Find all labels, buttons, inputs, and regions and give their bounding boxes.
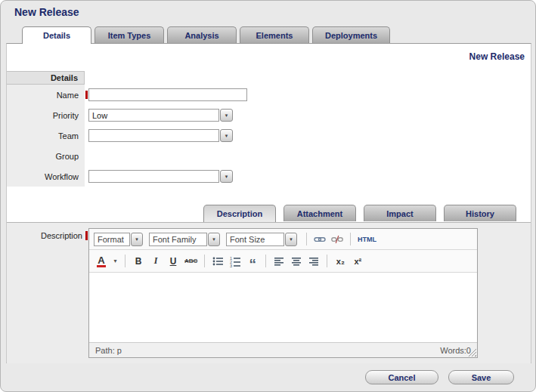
tab-item-types[interactable]: Item Types — [94, 26, 164, 43]
toolbar-separator — [125, 255, 125, 267]
font-family-select[interactable]: Font Family ▼ — [149, 233, 220, 246]
tab-history[interactable]: History — [444, 205, 516, 221]
tab-details[interactable]: Details — [22, 26, 91, 44]
editor-statusbar: Path: p Words:0 — [89, 342, 477, 357]
editor-word-count: Words:0 — [440, 346, 471, 355]
name-input[interactable] — [88, 88, 247, 101]
section-title: New Release — [469, 51, 525, 62]
new-release-window: New Release Details Item Types Analysis … — [0, 0, 536, 392]
toolbar-separator — [265, 255, 266, 267]
required-marker-icon — [85, 231, 88, 240]
tab-description[interactable]: Description — [203, 205, 276, 222]
dropdown-arrow-icon[interactable]: ▼ — [220, 170, 233, 183]
details-form: Details Name Priority Low ▼ Team — [7, 71, 506, 187]
font-size-select[interactable]: Font Size ▼ — [226, 233, 297, 246]
toolbar-separator — [350, 233, 351, 245]
workflow-label: Workflow — [7, 172, 85, 181]
dropdown-arrow-icon[interactable]: ▼ — [220, 129, 233, 142]
save-button[interactable]: Save — [448, 370, 514, 384]
bold-button[interactable]: B — [131, 254, 146, 269]
priority-select-value[interactable]: Low — [88, 109, 219, 122]
blockquote-icon[interactable]: “ — [245, 254, 260, 269]
italic-button[interactable]: I — [148, 254, 163, 269]
page-title: New Release — [14, 6, 79, 18]
tab-elements-label: Elements — [256, 31, 293, 40]
align-center-icon[interactable] — [289, 254, 304, 269]
unordered-list-icon[interactable] — [210, 254, 225, 269]
workflow-field-row: Workflow ▼ — [7, 166, 506, 187]
insert-link-icon[interactable] — [312, 232, 327, 247]
dropdown-arrow-icon[interactable]: ▼ — [220, 109, 233, 122]
priority-field-row: Priority Low ▼ — [7, 105, 506, 125]
remove-link-icon[interactable] — [330, 232, 345, 247]
description-label-row: Description — [7, 230, 90, 242]
tab-attachment-label: Attachment — [297, 209, 343, 218]
underline-button[interactable]: U — [166, 254, 181, 269]
editor-toolbar-row2: A ▾ B I U ABC 123 “ — [89, 250, 477, 273]
required-marker-icon — [85, 91, 88, 99]
rich-text-editor: Format ▼ Font Family ▼ Font Size ▼ — [88, 228, 478, 358]
description-label: Description — [41, 231, 82, 240]
ordered-list-icon[interactable]: 123 — [228, 254, 243, 269]
details-section-header-label: Details — [51, 73, 78, 82]
editor-text-area[interactable] — [89, 273, 477, 342]
tab-impact[interactable]: Impact — [364, 205, 436, 221]
editor-path: Path: p — [95, 346, 122, 355]
priority-label: Priority — [7, 111, 85, 120]
tab-deployments-label: Deployments — [325, 31, 377, 40]
details-section-header: Details — [7, 71, 85, 85]
font-color-dropdown-arrow-icon[interactable]: ▾ — [111, 254, 119, 269]
editor-toolbar-row1: Format ▼ Font Family ▼ Font Size ▼ — [89, 229, 477, 250]
name-label: Name — [7, 91, 85, 100]
toolbar-separator — [204, 255, 205, 267]
toolbar-separator — [306, 233, 307, 245]
group-field-row: Group — [7, 146, 506, 166]
name-field-row: Name — [7, 85, 506, 105]
team-field-row: Team ▼ — [7, 125, 506, 146]
tab-history-label: History — [466, 209, 494, 218]
format-select-value[interactable]: Format — [94, 233, 130, 246]
group-label: Group — [7, 152, 85, 161]
sub-tabbar: Description Attachment Impact History — [203, 205, 516, 221]
tab-analysis[interactable]: Analysis — [167, 26, 237, 43]
content-panel: New Release Details Name Priority Low ▼ — [6, 43, 531, 363]
dropdown-arrow-icon[interactable]: ▼ — [208, 233, 220, 246]
html-source-button[interactable]: HTML — [356, 232, 378, 247]
font-color-letter: A — [97, 255, 105, 267]
tab-elements[interactable]: Elements — [240, 26, 309, 43]
team-select[interactable]: ▼ — [88, 129, 233, 142]
dropdown-arrow-icon[interactable]: ▼ — [285, 233, 297, 246]
main-tabbar: Details Item Types Analysis Elements Dep… — [22, 26, 390, 43]
tab-item-types-label: Item Types — [108, 31, 151, 40]
tab-analysis-label: Analysis — [184, 31, 218, 40]
tab-description-label: Description — [217, 209, 263, 218]
team-select-value[interactable] — [88, 129, 219, 142]
tab-impact-label: Impact — [386, 209, 413, 218]
workflow-select-value[interactable] — [88, 170, 219, 183]
strikethrough-button[interactable]: ABC — [183, 254, 199, 269]
align-left-icon[interactable] — [271, 254, 287, 269]
priority-select[interactable]: Low ▼ — [88, 109, 233, 122]
superscript-button[interactable]: x² — [350, 254, 365, 269]
format-select[interactable]: Format ▼ — [94, 233, 143, 246]
subscript-button[interactable]: x₂ — [333, 254, 348, 269]
toolbar-separator — [327, 255, 327, 267]
tab-attachment[interactable]: Attachment — [283, 205, 356, 221]
align-right-icon[interactable] — [306, 254, 321, 269]
description-section: Description Format ▼ Font Family ▼ Font … — [7, 222, 531, 363]
workflow-select[interactable]: ▼ — [88, 170, 233, 183]
tab-details-label: Details — [43, 31, 70, 40]
font-color-button[interactable]: A — [94, 254, 109, 269]
dropdown-arrow-icon[interactable]: ▼ — [131, 233, 143, 246]
cancel-button[interactable]: Cancel — [365, 370, 438, 384]
tab-deployments[interactable]: Deployments — [312, 26, 390, 43]
font-family-select-value[interactable]: Font Family — [149, 233, 207, 246]
team-label: Team — [7, 131, 85, 140]
svg-text:3: 3 — [230, 264, 232, 267]
font-size-select-value[interactable]: Font Size — [226, 233, 284, 246]
